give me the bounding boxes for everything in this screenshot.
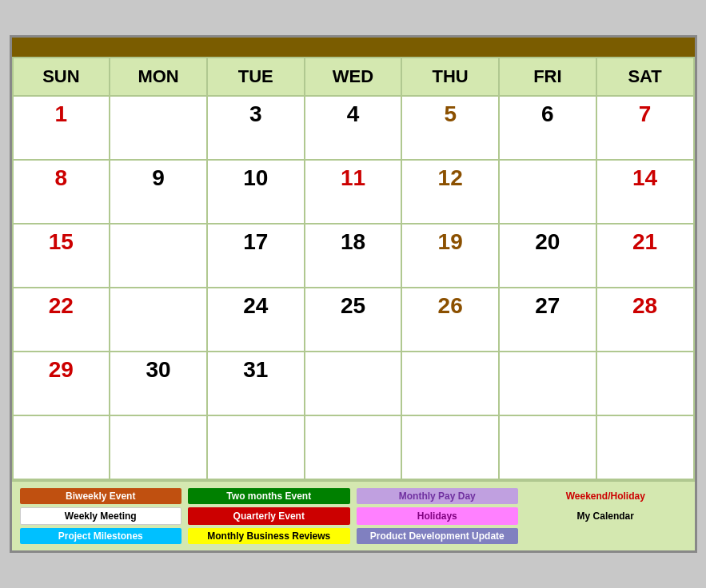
calendar-day: 3	[207, 96, 305, 160]
day-number: 4	[347, 101, 360, 126]
calendar-day	[596, 415, 694, 479]
calendar-day: 7	[596, 96, 694, 160]
calendar-day: 6	[499, 96, 596, 160]
calendar-day: 23	[110, 288, 207, 352]
day-number: 22	[49, 293, 74, 318]
calendar-day: 27	[499, 288, 596, 352]
calendar-day	[207, 415, 305, 479]
day-number: 11	[341, 165, 365, 190]
calendar-day: 28	[596, 288, 694, 352]
calendar-day: 5	[401, 96, 499, 160]
calendar-day: 30	[110, 352, 207, 415]
calendar-day	[401, 352, 499, 415]
day-number: 25	[341, 293, 365, 318]
calendar-day: 12	[401, 160, 499, 224]
day-number: 16	[146, 229, 170, 254]
calendar-day: 16	[110, 224, 207, 288]
calendar-day	[401, 415, 499, 479]
calendar-day: 8	[13, 160, 110, 224]
legend-item: Project Milestones	[20, 528, 182, 544]
calendar-day: 26	[401, 288, 499, 352]
calendar-day	[110, 415, 207, 479]
weekday-header: SUN	[13, 58, 110, 96]
weekday-header: MON	[110, 58, 207, 96]
calendar-week-row: 891011121314	[13, 160, 694, 224]
calendar-day: 14	[596, 160, 694, 224]
calendar-day: 19	[401, 224, 499, 288]
legend-grid: Biweekly EventTwo months EventMonthly Pa…	[20, 488, 687, 544]
weekday-header: SAT	[596, 58, 694, 96]
day-number: 8	[55, 165, 68, 190]
calendar-day: 1	[13, 96, 110, 160]
calendar-container: SUNMONTUEWEDTHUFRISAT 123456789101112131…	[10, 35, 697, 553]
calendar-week-row	[13, 415, 694, 479]
calendar-day: 21	[596, 224, 694, 288]
calendar-legend: Biweekly EventTwo months EventMonthly Pa…	[12, 480, 695, 550]
calendar-day	[13, 415, 110, 479]
day-number: 21	[632, 229, 657, 254]
calendar-day: 24	[207, 288, 305, 352]
calendar-week-row: 22232425262728	[13, 288, 694, 352]
calendar-day: 13	[499, 160, 596, 224]
day-number: 9	[152, 165, 165, 190]
day-number: 15	[49, 229, 74, 254]
day-number: 13	[535, 165, 560, 190]
calendar-day: 20	[499, 224, 596, 288]
day-number: 27	[535, 293, 560, 318]
day-number: 20	[535, 229, 560, 254]
calendar-day: 29	[13, 352, 110, 415]
day-number: 6	[541, 101, 554, 126]
legend-item: Two months Event	[188, 488, 350, 504]
legend-item: My Calendar	[525, 507, 687, 525]
calendar-day: 22	[13, 288, 110, 352]
legend-item: Weekend/Holiday	[525, 488, 687, 504]
day-number: 2	[152, 101, 165, 126]
legend-item: Product Development Update	[357, 528, 519, 544]
day-number: 26	[438, 293, 463, 318]
weekday-header: FRI	[499, 58, 596, 96]
day-number: 28	[632, 293, 657, 318]
calendar-day	[499, 352, 596, 415]
legend-item: Quarterly Event	[188, 507, 350, 525]
day-number: 5	[444, 101, 457, 126]
calendar-grid: SUNMONTUEWEDTHUFRISAT 123456789101112131…	[12, 57, 695, 480]
weekday-header: THU	[401, 58, 499, 96]
calendar-day: 4	[305, 96, 402, 160]
calendar-day: 18	[305, 224, 402, 288]
day-number: 10	[243, 165, 268, 190]
calendar-week-row: 1234567	[13, 96, 694, 160]
calendar-week-row: 15161718192021	[13, 224, 694, 288]
day-number: 24	[243, 293, 268, 318]
day-number: 31	[243, 357, 268, 382]
legend-item: Monthly Pay Day	[357, 488, 519, 504]
day-number: 1	[55, 101, 68, 126]
legend-item	[525, 528, 687, 544]
day-number: 14	[632, 165, 657, 190]
legend-item: Holidays	[357, 507, 519, 525]
day-number: 12	[438, 165, 463, 190]
legend-item: Monthly Business Reviews	[188, 528, 350, 544]
calendar-body: 1234567891011121314151617181920212223242…	[13, 96, 694, 479]
day-number: 7	[639, 101, 652, 126]
legend-item: Biweekly Event	[20, 488, 182, 504]
calendar-day: 17	[207, 224, 305, 288]
calendar-day: 31	[207, 352, 305, 415]
weekday-header: WED	[305, 58, 402, 96]
calendar-week-row: 293031	[13, 352, 694, 415]
legend-item: Weekly Meeting	[20, 507, 182, 525]
day-number: 19	[438, 229, 463, 254]
calendar-day: 15	[13, 224, 110, 288]
day-number: 17	[243, 229, 268, 254]
day-number: 29	[49, 357, 74, 382]
calendar-day	[596, 352, 694, 415]
calendar-day: 11	[305, 160, 402, 224]
calendar-header	[12, 38, 695, 57]
calendar-day	[499, 415, 596, 479]
calendar-day: 2	[110, 96, 207, 160]
calendar-day: 10	[207, 160, 305, 224]
day-number: 23	[146, 293, 170, 318]
calendar-day	[305, 352, 402, 415]
calendar-day	[305, 415, 402, 479]
weekday-header: TUE	[207, 58, 305, 96]
calendar-day: 25	[305, 288, 402, 352]
